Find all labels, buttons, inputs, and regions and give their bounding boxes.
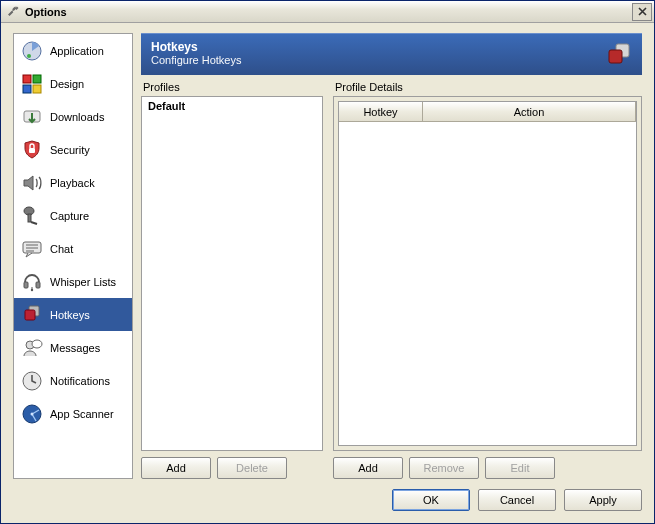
sidebar-item-label: Chat [50,243,73,255]
footer-buttons: OK Cancel Apply [13,489,642,511]
sidebar-item-label: Notifications [50,375,110,387]
sidebar-item-downloads[interactable]: Downloads [14,100,132,133]
apply-button[interactable]: Apply [564,489,642,511]
design-icon [20,72,44,96]
content-area: Hotkeys Configure Hotkeys Profiles Defau… [141,33,642,479]
app-scanner-icon [20,402,44,426]
chat-icon [20,237,44,261]
profile-item[interactable]: Default [142,97,322,115]
downloads-icon [20,105,44,129]
details-add-button[interactable]: Add [333,457,403,479]
profiles-list[interactable]: Default [141,96,323,451]
sidebar-item-label: Design [50,78,84,90]
window-body: Application Design Downloads [1,23,654,523]
sidebar-item-messages[interactable]: Messages [14,331,132,364]
details-buttons: Add Remove Edit [333,457,642,479]
sidebar-item-whisper-lists[interactable]: Whisper Lists [14,265,132,298]
details-table[interactable]: Hotkey Action [338,101,637,446]
sidebar: Application Design Downloads [13,33,133,479]
column-action[interactable]: Action [423,102,636,122]
header-subtitle: Configure Hotkeys [151,54,632,66]
sidebar-item-label: Application [50,45,104,57]
svg-point-20 [31,412,34,415]
capture-icon [20,204,44,228]
security-icon [20,138,44,162]
details-edit-button[interactable]: Edit [485,457,555,479]
profiles-label: Profiles [141,79,323,96]
details-box: Hotkey Action [333,96,642,451]
svg-rect-2 [23,75,31,83]
svg-point-17 [32,340,42,348]
svg-rect-12 [36,282,40,288]
svg-rect-15 [25,310,35,320]
close-button[interactable] [632,3,652,21]
sidebar-item-label: Messages [50,342,100,354]
svg-rect-9 [28,214,31,222]
sidebar-item-design[interactable]: Design [14,67,132,100]
application-icon [20,39,44,63]
profiles-delete-button[interactable]: Delete [217,457,287,479]
profiles-panel: Profiles Default Add Delete [141,79,323,479]
svg-rect-22 [609,50,622,63]
sidebar-item-security[interactable]: Security [14,133,132,166]
main-row: Application Design Downloads [13,33,642,479]
profiles-add-button[interactable]: Add [141,457,211,479]
options-window: Options Application Design [0,0,655,524]
sidebar-item-label: App Scanner [50,408,114,420]
wrench-icon [5,4,21,20]
sidebar-item-label: Whisper Lists [50,276,116,288]
header-panel: Hotkeys Configure Hotkeys [141,33,642,75]
svg-rect-7 [29,148,35,153]
panels: Profiles Default Add Delete Profile Deta… [141,79,642,479]
titlebar: Options [1,1,654,23]
header-title: Hotkeys [151,40,632,54]
svg-rect-5 [33,85,41,93]
svg-rect-11 [24,282,28,288]
table-header: Hotkey Action [339,102,636,122]
sidebar-item-label: Downloads [50,111,104,123]
hotkeys-icon [20,303,44,327]
svg-rect-4 [23,85,31,93]
svg-point-1 [27,54,31,58]
hotkeys-header-icon [604,40,634,70]
sidebar-item-notifications[interactable]: Notifications [14,364,132,397]
cancel-button[interactable]: Cancel [478,489,556,511]
sidebar-item-label: Hotkeys [50,309,90,321]
sidebar-item-hotkeys[interactable]: Hotkeys [14,298,132,331]
details-label: Profile Details [333,79,642,96]
sidebar-item-chat[interactable]: Chat [14,232,132,265]
sidebar-item-label: Playback [50,177,95,189]
whisper-icon [20,270,44,294]
sidebar-item-label: Capture [50,210,89,222]
column-hotkey[interactable]: Hotkey [339,102,423,122]
profiles-buttons: Add Delete [141,457,323,479]
svg-rect-3 [33,75,41,83]
messages-icon [20,336,44,360]
details-remove-button[interactable]: Remove [409,457,479,479]
sidebar-item-playback[interactable]: Playback [14,166,132,199]
details-panel: Profile Details Hotkey Action Add [333,79,642,479]
sidebar-item-application[interactable]: Application [14,34,132,67]
ok-button[interactable]: OK [392,489,470,511]
sidebar-item-label: Security [50,144,90,156]
sidebar-item-app-scanner[interactable]: App Scanner [14,397,132,430]
sidebar-item-capture[interactable]: Capture [14,199,132,232]
playback-icon [20,171,44,195]
notifications-icon [20,369,44,393]
window-title: Options [25,6,632,18]
